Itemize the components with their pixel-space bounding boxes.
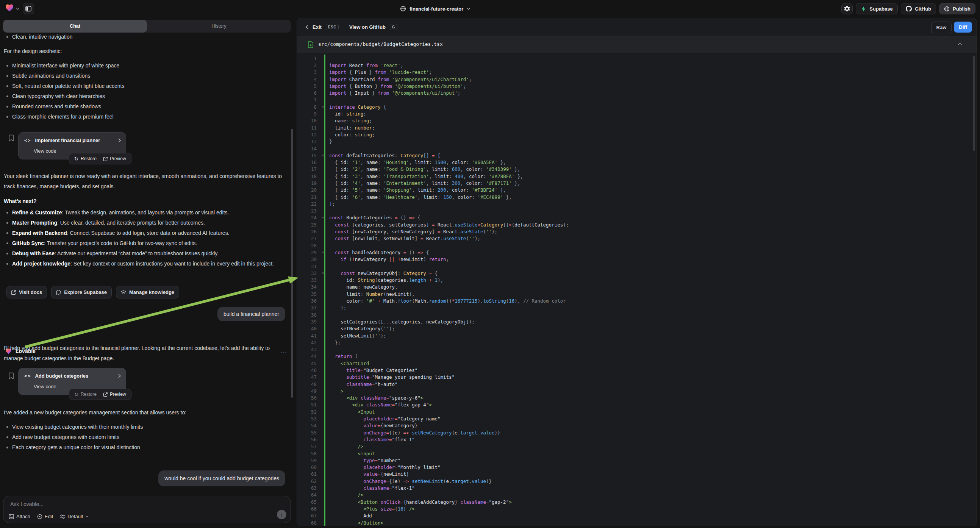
line-number: 5 [297, 83, 317, 89]
github-icon [906, 6, 912, 12]
code-line: 39 setCategories([...categories, newCate… [297, 318, 977, 325]
next-step-item: Master Prompting: Use clear, detailed, a… [4, 218, 287, 228]
edit-button[interactable]: Edit [37, 514, 53, 519]
sidebar-toggle-button[interactable] [23, 3, 34, 14]
publish-label: Publish [953, 6, 970, 12]
line-number: 45 [297, 361, 317, 366]
code-line: 49 > [297, 388, 977, 394]
mode-label: Default [67, 514, 83, 519]
publish-button[interactable]: Publish [939, 3, 975, 14]
code-text: return ( [329, 353, 358, 359]
fold-chevron-icon[interactable]: ∨ [317, 251, 329, 254]
project-selector[interactable]: financial-future-creator [400, 0, 471, 17]
line-number: 48 [297, 382, 317, 387]
attach-button[interactable]: Attach [9, 514, 30, 519]
exit-button[interactable]: Exit ESC [306, 18, 339, 36]
restore-button[interactable]: ↻ Restore [71, 389, 100, 399]
line-number: 68 [297, 520, 317, 526]
fold-chevron-icon[interactable]: ∨ [317, 272, 329, 275]
fold-chevron-icon[interactable]: ∨ [317, 105, 329, 109]
fold-chevron-icon[interactable]: ∨ [317, 154, 329, 157]
bullet-item: Soft, neutral color palette with light b… [4, 81, 287, 91]
code-line: 50 <div className="space-y-6"> [297, 395, 977, 401]
supabase-button[interactable]: Supabase [856, 3, 897, 14]
restore-icon: ↻ [74, 156, 78, 161]
restore-button[interactable]: ↻ Restore [71, 153, 100, 164]
line-number: 42 [297, 340, 317, 345]
code-text: limit: Number(newLimit), [329, 291, 415, 297]
code-line: 58 <Input [297, 450, 977, 457]
user-message-2: would be cool if you could add budget ca… [158, 471, 285, 486]
line-number: 59 [297, 458, 317, 463]
line-number: 56 [297, 437, 317, 442]
code-line: 67 Add [297, 512, 977, 519]
file-bar[interactable]: src/components/budget/BudgetCategories.t… [297, 36, 977, 53]
chat-scrollbar[interactable] [291, 129, 293, 398]
line-number: 47 [297, 374, 317, 380]
code-line: 32∨ const newCategoryObj: Category = { [297, 270, 977, 277]
line-number: 58 [297, 451, 317, 456]
code-line: 21 { id: '6', name: 'Healthcare', limit:… [297, 194, 977, 200]
code-line: 48 className="h-auto" [297, 381, 977, 388]
explore-supabase-label: Explore Supabase [64, 289, 107, 295]
explore-supabase-button[interactable]: Explore Supabase [51, 286, 112, 299]
exit-label: Exit [312, 24, 321, 30]
manage-knowledge-button[interactable]: Manage knowledge [116, 286, 179, 299]
preview-button[interactable]: Preview [100, 389, 130, 399]
tab-history[interactable]: History [147, 20, 291, 33]
code-line: 13} [297, 138, 977, 145]
bullet-item: Add new budget categories with custom li… [4, 432, 287, 442]
line-number: 17 [297, 166, 317, 172]
code-line: 26 const [newCategory, setNewCategory] =… [297, 228, 977, 235]
visit-docs-button[interactable]: Visit docs [6, 286, 47, 299]
quick-actions-row: Visit docs Explore Supabase Manage knowl… [6, 286, 179, 299]
lovable-logo-icon[interactable] [5, 4, 14, 12]
partial-bullet-list: Clean, intuitive navigation [4, 32, 287, 42]
raw-button[interactable]: Raw [931, 22, 952, 33]
fold-chevron-icon[interactable]: ∨ [317, 216, 329, 219]
whats-next-heading: What's next? [4, 196, 287, 207]
line-number: 37 [297, 305, 317, 310]
code-line: 1 [297, 55, 977, 62]
line-number: 12 [297, 132, 317, 137]
code-line: 4import ChartCard from '@/components/ui/… [297, 76, 977, 83]
code-scrollbar[interactable] [973, 56, 975, 151]
tab-chat[interactable]: Chat [3, 20, 147, 33]
code-line: 37 }; [297, 305, 977, 311]
settings-button[interactable] [842, 3, 853, 14]
view-code-link[interactable]: View code [34, 148, 56, 154]
code-text: import React from 'react'; [329, 62, 403, 68]
line-number: 51 [297, 402, 317, 407]
code-line: 61 value={newLimit} [297, 471, 977, 478]
view-code-link[interactable]: View code [34, 384, 56, 390]
code-line: 18 { id: '3', name: 'Transportation', li… [297, 173, 977, 180]
bookmark-icon[interactable] [8, 134, 14, 142]
bullet-item: Glass-morphic elements for a premium fee… [4, 112, 287, 122]
line-number: 49 [297, 388, 317, 394]
external-link-icon [103, 157, 108, 161]
view-on-github-button[interactable]: View on GitHub G [349, 18, 398, 36]
lovable-app: financial-future-creator Supabase GitHub [0, 0, 980, 528]
line-number: 29 [297, 250, 317, 255]
line-number: 60 [297, 464, 317, 470]
code-text: const handleAddCategory = () => { [329, 250, 429, 255]
github-button[interactable]: GitHub [901, 3, 936, 14]
code-line: 15∨const defaultCategories: Category[] =… [297, 152, 977, 159]
collapse-chevron-up-icon[interactable] [958, 43, 962, 45]
code-editor[interactable]: 12import React from 'react';3import { Pl… [297, 53, 977, 526]
code-text: placeholder="Monthly limit" [329, 464, 441, 470]
preview-button[interactable]: Preview [100, 153, 130, 164]
line-number: 57 [297, 444, 317, 449]
preview-label: Preview [110, 156, 126, 161]
send-button[interactable]: ↑ [277, 510, 286, 519]
diff-button[interactable]: Diff [954, 22, 972, 33]
code-text: name: string; [329, 118, 372, 124]
code-text: /> [329, 492, 363, 498]
logo-chevron-down-icon[interactable] [16, 8, 20, 10]
mode-selector[interactable]: Default [60, 514, 89, 519]
chat-input[interactable] [10, 500, 276, 512]
esc-key-badge: ESC [326, 24, 339, 30]
code-line: 52 <Input [297, 408, 977, 415]
line-number: 18 [297, 173, 317, 179]
bookmark-icon[interactable] [8, 372, 14, 380]
